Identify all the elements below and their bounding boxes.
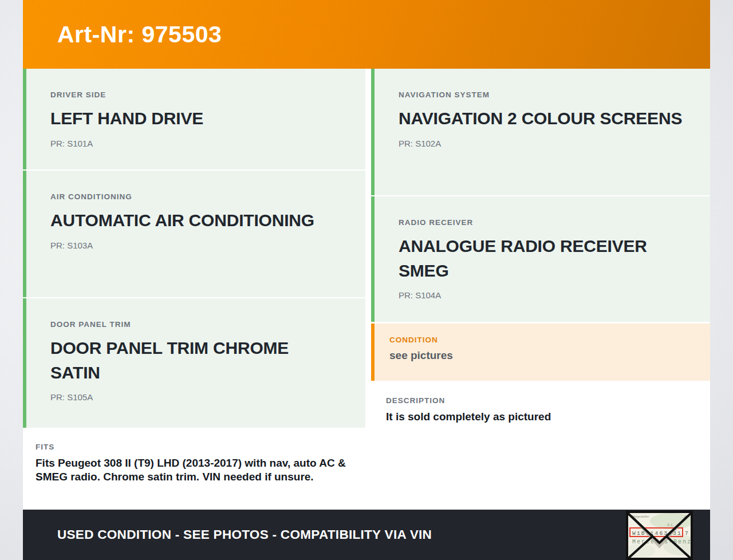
left-column: DRIVER SIDE LEFT HAND DRIVE PR: S101A AI… xyxy=(23,69,365,507)
condition-section: CONDITION see pictures xyxy=(371,324,710,381)
spec-value: AUTOMATIC AIR CONDITIONING xyxy=(50,208,342,233)
fits-label: FITS xyxy=(36,443,353,451)
spec-label: RADIO RECEIVER xyxy=(399,218,687,227)
spec-label: NAVIGATION SYSTEM xyxy=(399,90,687,99)
page: Art-Nr: 975503 DRIVER SIDE LEFT HAND DRI… xyxy=(0,0,733,560)
svg-text:Ai: Ai xyxy=(667,523,673,527)
spec-card-radio-receiver: RADIO RECEIVER ANALOGUE RADIO RECEIVER S… xyxy=(371,196,710,322)
footer-text: USED CONDITION - SEE PHOTOS - COMPATIBIL… xyxy=(57,527,432,542)
header: Art-Nr: 975503 xyxy=(23,0,710,69)
envelope-icon: Fahrgestellnr. Ai W1B71463J31 7 Mercedes… xyxy=(626,511,693,560)
spec-value: DOOR PANEL TRIM CHROME SATIN xyxy=(50,336,342,385)
content: DRIVER SIDE LEFT HAND DRIVE PR: S101A AI… xyxy=(23,69,710,507)
vin-number-suffix: 7 xyxy=(685,530,688,537)
spec-pr-code: PR: S104A xyxy=(399,290,687,300)
listing-sheet: Art-Nr: 975503 DRIVER SIDE LEFT HAND DRI… xyxy=(23,0,710,560)
spec-label: AIR CONDITIONING xyxy=(50,192,342,201)
footer-banner: USED CONDITION - SEE PHOTOS - COMPATIBIL… xyxy=(23,510,710,560)
description-section: DESCRIPTION It is sold completely as pic… xyxy=(371,382,710,507)
spec-card-navigation-system: NAVIGATION SYSTEM NAVIGATION 2 COLOUR SC… xyxy=(371,69,710,195)
spec-value: LEFT HAND DRIVE xyxy=(50,107,342,131)
spec-pr-code: PR: S102A xyxy=(399,139,687,148)
description-label: DESCRIPTION xyxy=(386,396,695,405)
spec-card-driver-side: DRIVER SIDE LEFT HAND DRIVE PR: S101A xyxy=(23,69,365,169)
spec-label: DRIVER SIDE xyxy=(50,90,342,99)
spec-value: NAVIGATION 2 COLOUR SCREENS xyxy=(399,107,687,131)
fits-text: Fits Peugeot 308 II (T9) LHD (2013-2017)… xyxy=(36,456,349,484)
spec-pr-code: PR: S101A xyxy=(50,139,342,148)
description-text: It is sold completely as pictured xyxy=(386,411,695,423)
vin-document-thumbnail: Fahrgestellnr. Ai W1B71463J31 7 Mercedes… xyxy=(626,511,693,560)
spec-value: ANALOGUE RADIO RECEIVER SMEG xyxy=(399,234,687,283)
page-title: Art-Nr: 975503 xyxy=(57,21,222,48)
spec-pr-code: PR: S105A xyxy=(50,392,342,402)
condition-text: see pictures xyxy=(389,349,695,362)
spec-card-door-panel-trim: DOOR PANEL TRIM DOOR PANEL TRIM CHROME S… xyxy=(23,298,365,428)
spec-label: DOOR PANEL TRIM xyxy=(50,320,342,329)
spec-card-air-conditioning: AIR CONDITIONING AUTOMATIC AIR CONDITION… xyxy=(23,171,365,297)
spec-pr-code: PR: S103A xyxy=(50,240,342,250)
fits-section: FITS Fits Peugeot 308 II (T9) LHD (2013-… xyxy=(23,429,365,507)
right-column: NAVIGATION SYSTEM NAVIGATION 2 COLOUR SC… xyxy=(371,69,710,507)
condition-label: CONDITION xyxy=(389,336,695,344)
